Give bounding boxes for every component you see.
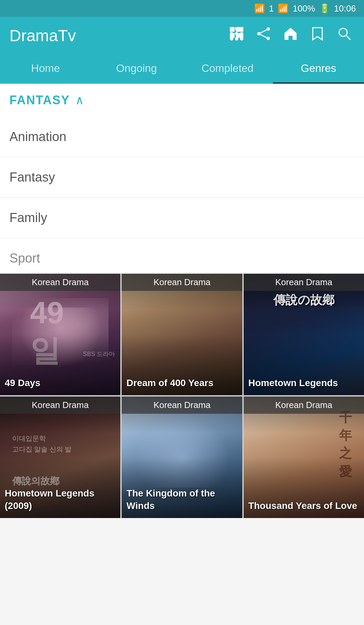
- card-1-title: 49 Days: [0, 373, 120, 395]
- svg-point-7: [235, 27, 238, 30]
- genre-item-fantasy[interactable]: Fantasy: [0, 157, 364, 198]
- svg-point-6: [230, 27, 233, 30]
- share-icon[interactable]: [253, 26, 274, 45]
- drama-card-hometown-legends-2009[interactable]: 이대입문학고다집 알솔 신의 발 傳說의故鄕 Korean Drama Home…: [0, 397, 120, 518]
- card-2-title: Dream of 400 Years: [122, 373, 242, 395]
- app-title: DramaTv: [9, 26, 220, 45]
- card-5-title: The Kingdom of the Winds: [122, 483, 242, 518]
- svg-point-12: [230, 37, 233, 40]
- genre-item-animation[interactable]: Animation: [0, 117, 364, 157]
- svg-point-10: [235, 32, 238, 35]
- genre-item-family[interactable]: Family: [0, 198, 364, 238]
- drama-grid: 49일 SBS 드라마 Korean Drama 49 Days Korean …: [0, 274, 364, 518]
- drama-card-49-days[interactable]: 49일 SBS 드라마 Korean Drama 49 Days: [0, 274, 120, 395]
- card-4-category: Korean Drama: [0, 397, 120, 414]
- card-3-title: Hometown Legends: [244, 373, 364, 395]
- drama-card-hometown-legends[interactable]: Korean Drama Hometown Legends: [244, 274, 364, 395]
- drama-card-dream-400[interactable]: Korean Drama Dream of 400 Years: [122, 274, 242, 395]
- svg-line-21: [346, 35, 351, 40]
- sim-indicator: 1: [269, 3, 274, 14]
- card-6-category: Korean Drama: [244, 397, 364, 414]
- drama-card-thousand-years[interactable]: 千年之愛 Korean Drama Thousand Years of Love: [244, 397, 364, 518]
- tab-ongoing[interactable]: Ongoing: [91, 54, 182, 84]
- time-display: 10:06: [334, 3, 356, 14]
- svg-point-8: [240, 27, 243, 30]
- card-4-title: Hometown Legends (2009): [0, 483, 120, 518]
- tab-completed[interactable]: Completed: [182, 54, 273, 84]
- card-2-category: Korean Drama: [122, 274, 242, 291]
- tab-bar: Home Ongoing Completed Genres: [0, 54, 364, 84]
- search-icon[interactable]: [334, 26, 355, 45]
- genre-list: Animation Fantasy Family Sport: [0, 117, 364, 272]
- svg-point-20: [339, 28, 347, 36]
- grid-icon[interactable]: [226, 26, 247, 45]
- status-bar: 📶 1 📶 100% 🔋 10:06: [0, 0, 364, 17]
- bookmark-icon[interactable]: [307, 26, 328, 45]
- app-bar: DramaTv: [0, 17, 364, 54]
- card-1-category: Korean Drama: [0, 274, 120, 291]
- svg-point-11: [240, 32, 243, 35]
- battery-text: 100%: [293, 3, 315, 14]
- battery-icon: 🔋: [319, 3, 330, 14]
- card-5-category: Korean Drama: [122, 397, 242, 414]
- current-genre-label: FANTASY: [9, 93, 70, 107]
- genre-header[interactable]: FANTASY ∧: [0, 84, 364, 117]
- signal-icon: 📶: [278, 3, 289, 14]
- home-icon[interactable]: [280, 26, 301, 45]
- chevron-up-icon: ∧: [75, 93, 84, 107]
- svg-point-9: [230, 32, 233, 35]
- tab-genres[interactable]: Genres: [273, 54, 364, 84]
- tab-home[interactable]: Home: [0, 54, 91, 84]
- svg-line-19: [259, 34, 268, 38]
- drama-card-kingdom-winds[interactable]: Korean Drama The Kingdom of the Winds: [122, 397, 242, 518]
- svg-point-13: [235, 37, 238, 40]
- svg-point-14: [240, 37, 243, 40]
- wifi-icon: 📶: [254, 3, 265, 14]
- card-3-category: Korean Drama: [244, 274, 364, 291]
- card-6-title: Thousand Years of Love: [244, 496, 364, 518]
- svg-line-18: [259, 29, 268, 34]
- genre-item-sport[interactable]: Sport: [0, 238, 364, 272]
